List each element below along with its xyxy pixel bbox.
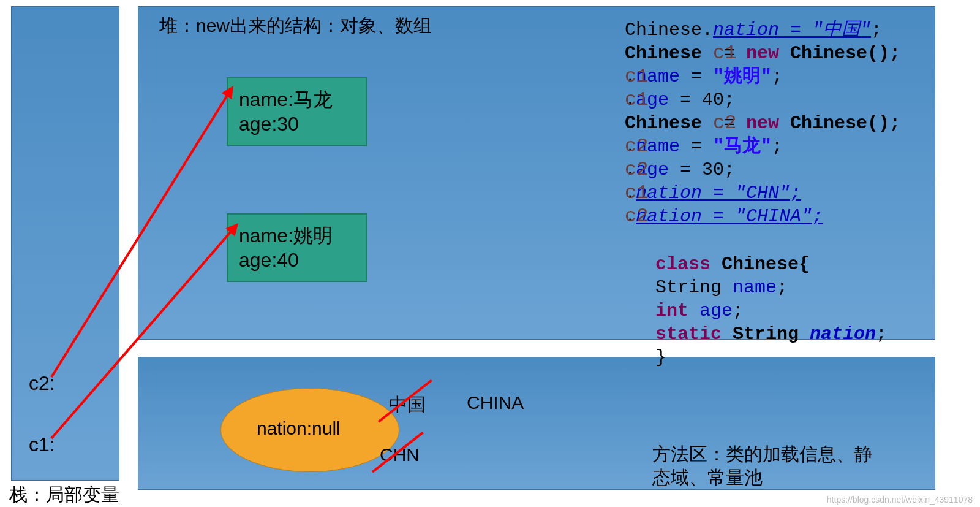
- t: ;: [772, 136, 783, 157]
- t: Chinese: [625, 43, 713, 64]
- t: = 40;: [669, 90, 735, 110]
- t: new: [746, 113, 779, 134]
- code-block-usage: Chinese.nation = "中国"; Chinese c1 = new …: [625, 18, 900, 228]
- obj2-name: name:姚明: [239, 223, 355, 248]
- t: =: [680, 66, 713, 87]
- t: c1: [625, 65, 648, 88]
- t: age: [699, 300, 733, 321]
- t: c2: [625, 205, 648, 228]
- t: Chinese{: [710, 254, 810, 275]
- t: "马龙": [713, 136, 772, 157]
- t: String: [722, 324, 810, 345]
- t: ;: [876, 324, 887, 345]
- t: [688, 300, 699, 321]
- nation-overwrite-3: CHINA: [467, 392, 524, 413]
- t: static: [655, 324, 722, 345]
- t: ;: [777, 277, 788, 298]
- t: Chinese();: [779, 43, 900, 64]
- t: c2: [625, 158, 648, 181]
- diagram-canvas: c2: c1: 栈：局部变量 堆：new出来的结构：对象、数组 name:马龙 …: [0, 0, 980, 507]
- stack-label: 栈：局部变量: [9, 482, 119, 507]
- t: = 30;: [669, 159, 735, 180]
- nation-text: nation:null: [257, 418, 341, 439]
- nation-ellipse: nation:null: [221, 388, 399, 472]
- watermark-text: https://blog.csdn.net/weixin_43911078: [827, 495, 973, 505]
- t: ;: [772, 66, 783, 87]
- obj1-name: name:马龙: [239, 87, 355, 112]
- stack-panel: c2: c1:: [11, 6, 119, 481]
- t: nation = "CHN";: [636, 183, 801, 204]
- obj2-age: age:40: [239, 248, 355, 272]
- t: nation: [810, 324, 876, 345]
- t: }: [655, 347, 666, 368]
- t: nation = "中国": [713, 20, 871, 40]
- t: int: [655, 300, 688, 321]
- t: class: [655, 254, 710, 275]
- t: Chinese: [625, 113, 713, 134]
- heap-object-2: name:姚明 age:40: [227, 213, 368, 282]
- t: c2: [713, 112, 736, 135]
- t: "姚明": [713, 66, 772, 87]
- t: c1: [625, 88, 648, 112]
- t: ;: [733, 300, 744, 321]
- code-block-class: class Chinese{ String name; int age; sta…: [655, 253, 887, 369]
- t: ;: [871, 20, 882, 40]
- obj1-age: age:30: [239, 112, 355, 136]
- heap-object-1: name:马龙 age:30: [227, 77, 368, 146]
- t: c1: [713, 42, 736, 65]
- method-area-label: 方法区：类的加载信息、静 态域、常量池: [652, 443, 873, 489]
- t: new: [746, 43, 779, 64]
- t: name: [733, 277, 777, 298]
- t: c1: [625, 181, 648, 205]
- t: String: [655, 277, 733, 298]
- t: c2: [625, 135, 648, 158]
- t: Chinese();: [779, 113, 900, 134]
- t: nation = "CHINA";: [636, 206, 823, 227]
- heap-label: 堆：new出来的结构：对象、数组: [159, 13, 432, 39]
- t: =: [680, 136, 713, 157]
- t: Chinese.: [625, 20, 713, 40]
- nation-overwrite-1: 中国: [389, 392, 426, 417]
